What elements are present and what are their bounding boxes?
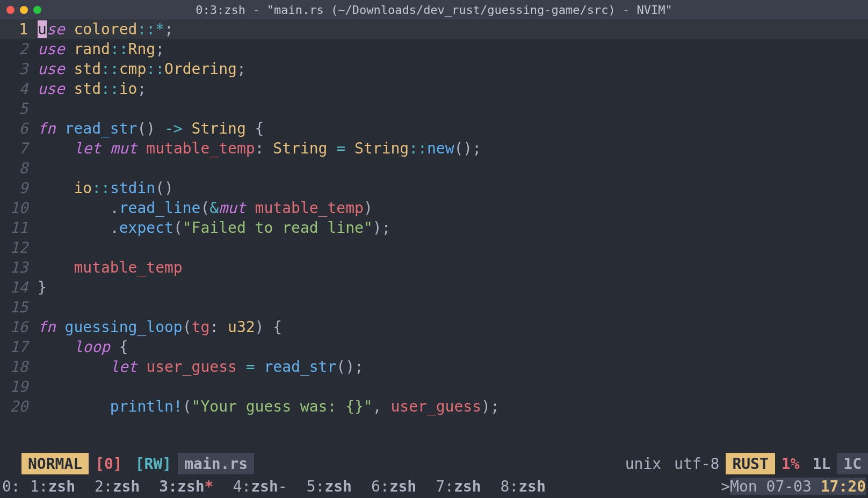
- code-content[interactable]: mutable_temp: [38, 258, 868, 277]
- editor-viewport[interactable]: 1use colored::*;2use rand::Rng;3use std:…: [0, 19, 868, 453]
- code-line[interactable]: 4use std::io;: [0, 79, 868, 99]
- close-icon[interactable]: [6, 6, 15, 14]
- line-number: 17: [0, 337, 38, 357]
- code-line[interactable]: 3use std::cmp::Ordering;: [0, 59, 868, 79]
- tmux-session: 0:: [2, 478, 20, 495]
- code-content[interactable]: fn read_str() -> String {: [38, 119, 868, 138]
- code-line[interactable]: 1use colored::*;: [0, 19, 868, 39]
- code-content[interactable]: use rand::Rng;: [38, 39, 868, 59]
- code-content[interactable]: loop {: [38, 337, 868, 357]
- code-line[interactable]: 19: [0, 377, 868, 397]
- status-column: 1C: [837, 453, 868, 474]
- tmux-window[interactable]: 8:zsh: [491, 478, 555, 495]
- code-content[interactable]: .expect("Failed to read line");: [38, 218, 868, 238]
- line-number: 14: [0, 277, 38, 297]
- code-line[interactable]: 20 println!("Your guess was: {}", user_g…: [0, 397, 868, 416]
- window-titlebar: 0:3:zsh - "main.rs (~/Downloads/dev_rust…: [0, 0, 868, 19]
- line-number: 10: [0, 198, 38, 218]
- tmux-window[interactable]: 5:zsh: [297, 478, 361, 495]
- status-encoding: utf-8: [668, 453, 726, 474]
- code-content[interactable]: [38, 99, 868, 119]
- line-number: 8: [0, 158, 38, 178]
- code-line[interactable]: 5: [0, 99, 868, 119]
- line-number: 11: [0, 218, 38, 238]
- tmux-window[interactable]: 4:zsh-: [223, 478, 296, 495]
- code-content[interactable]: [38, 297, 868, 317]
- code-line[interactable]: 16fn guessing_loop(tg: u32) {: [0, 317, 868, 337]
- code-content[interactable]: .read_line(&mut mutable_temp): [38, 198, 868, 218]
- code-content[interactable]: [38, 238, 868, 258]
- maximize-icon[interactable]: [33, 6, 41, 14]
- tmux-window[interactable]: 2:zsh: [85, 478, 149, 495]
- code-line[interactable]: 12: [0, 238, 868, 258]
- statusline: NORMAL [0] [RW] main.rs unix utf-8 RUST …: [0, 453, 868, 474]
- line-number: 12: [0, 238, 38, 258]
- tmux-statusbar: 0: 1:zsh2:zsh3:zsh*4:zsh-5:zsh6:zsh7:zsh…: [0, 474, 868, 498]
- code-content[interactable]: fn guessing_loop(tg: u32) {: [38, 317, 868, 337]
- line-number: 19: [0, 377, 38, 397]
- minimize-icon[interactable]: [20, 6, 28, 14]
- line-number: 4: [0, 79, 38, 99]
- line-number: 15: [0, 297, 38, 317]
- code-content[interactable]: use std::cmp::Ordering;: [38, 59, 868, 79]
- code-content[interactable]: }: [38, 277, 868, 297]
- code-line[interactable]: 13 mutable_temp: [0, 258, 868, 277]
- code-content[interactable]: io::stdin(): [38, 178, 868, 198]
- status-mode: NORMAL: [21, 453, 89, 474]
- tmux-window[interactable]: 7:zsh: [426, 478, 490, 495]
- code-line[interactable]: 10 .read_line(&mut mutable_temp): [0, 198, 868, 218]
- code-line[interactable]: 17 loop {: [0, 337, 868, 357]
- code-line[interactable]: 7 let mut mutable_temp: String = String:…: [0, 138, 868, 158]
- status-filename: main.rs: [178, 453, 254, 474]
- line-number: 9: [0, 178, 38, 198]
- code-line[interactable]: 11 .expect("Failed to read line");: [0, 218, 868, 238]
- line-number: 13: [0, 258, 38, 277]
- status-filetype: RUST: [726, 453, 775, 474]
- code-content[interactable]: println!("Your guess was: {}", user_gues…: [38, 397, 868, 416]
- line-number: 2: [0, 39, 38, 59]
- code-line[interactable]: 8: [0, 158, 868, 178]
- code-line[interactable]: 14}: [0, 277, 868, 297]
- line-number: 7: [0, 138, 38, 158]
- status-fileformat: unix: [619, 453, 668, 474]
- code-line[interactable]: 18 let user_guess = read_str();: [0, 357, 868, 377]
- tmux-clock: >Mon 07-03 17:20: [721, 478, 866, 495]
- code-content[interactable]: use std::io;: [38, 79, 868, 99]
- code-line[interactable]: 15: [0, 297, 868, 317]
- code-content[interactable]: let mut mutable_temp: String = String::n…: [38, 138, 868, 158]
- status-bufnum: [0]: [89, 453, 129, 474]
- code-line[interactable]: 9 io::stdin(): [0, 178, 868, 198]
- line-number: 16: [0, 317, 38, 337]
- tmux-window[interactable]: 1:zsh: [20, 478, 85, 495]
- status-line: 1L: [806, 453, 837, 474]
- status-readwrite: [RW]: [129, 453, 178, 474]
- line-number: 18: [0, 357, 38, 377]
- line-number: 20: [0, 397, 38, 416]
- code-line[interactable]: 6fn read_str() -> String {: [0, 119, 868, 138]
- code-content[interactable]: let user_guess = read_str();: [38, 357, 868, 377]
- window-title: 0:3:zsh - "main.rs (~/Downloads/dev_rust…: [0, 3, 868, 17]
- status-percent: 1%: [775, 453, 806, 474]
- code-content[interactable]: use colored::*;: [38, 19, 868, 39]
- code-line[interactable]: 2use rand::Rng;: [0, 39, 868, 59]
- tmux-window[interactable]: 6:zsh: [361, 478, 426, 495]
- code-content[interactable]: [38, 158, 868, 178]
- line-number: 6: [0, 119, 38, 138]
- code-content[interactable]: [38, 377, 868, 397]
- line-number: 1: [0, 19, 38, 39]
- line-number: 3: [0, 59, 38, 79]
- tmux-window[interactable]: 3:zsh*: [149, 478, 223, 495]
- line-number: 5: [0, 99, 38, 119]
